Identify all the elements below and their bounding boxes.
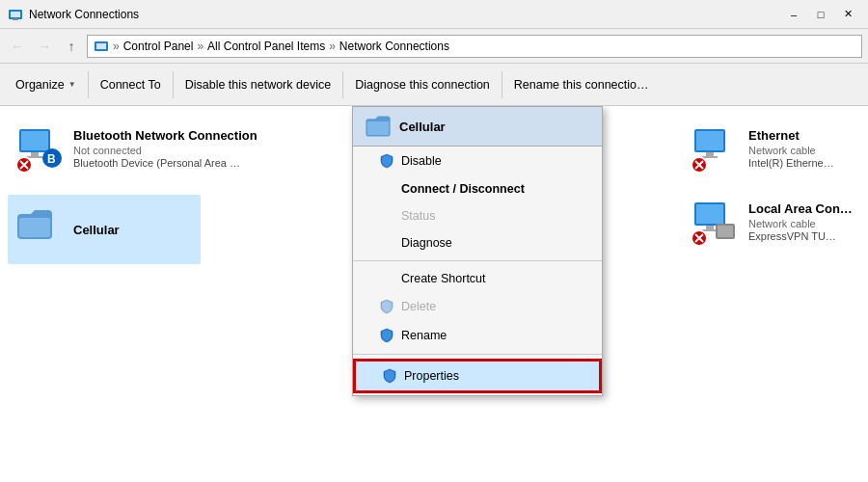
diagnose-label: Diagnose (401, 236, 452, 250)
delete-label: Delete (401, 300, 436, 313)
ethernet-error-icon (691, 156, 708, 174)
disable-label: Disable (401, 154, 442, 168)
toolbar-divider-2 (173, 71, 174, 98)
breadcrumb: » Control Panel » All Control Panel Item… (87, 35, 862, 58)
close-button[interactable]: ✕ (835, 4, 860, 25)
connection-item-bluetooth[interactable]: B Bluetooth Network Connection Not conne… (8, 114, 355, 183)
menu-item-create-shortcut[interactable]: Create Shortcut (353, 265, 602, 292)
maximize-button[interactable]: □ (808, 4, 833, 25)
cellular-name: Cellular (73, 223, 120, 237)
menu-item-rename[interactable]: Rename (353, 321, 602, 350)
toolbar: Organize ▼ Connect To Disable this netwo… (0, 64, 868, 106)
bluetooth-detail: Bluetooth Device (Personal Area … (73, 157, 258, 169)
svg-text:B: B (47, 152, 56, 166)
forward-button[interactable]: → (33, 35, 56, 58)
minimize-button[interactable]: – (781, 4, 806, 25)
svg-rect-1 (11, 12, 20, 17)
ethernet-icon-wrap (691, 123, 741, 174)
svg-rect-25 (696, 131, 723, 150)
bluetooth-status: Not connected (73, 145, 258, 156)
connection-item-ethernet[interactable]: Ethernet Network cable Intel(R) Etherne… (683, 114, 868, 183)
shield-icon-rename (380, 328, 393, 343)
connect-disconnect-label: Connect / Disconnect (401, 182, 525, 196)
menu-separator-1 (353, 260, 602, 261)
svg-rect-2 (13, 18, 18, 20)
express-detail: ExpressVPN TU… (748, 230, 853, 242)
ethernet-detail: Intel(R) Etherne… (748, 157, 834, 169)
svg-rect-6 (21, 131, 48, 150)
address-bar: ← → ↑ » Control Panel » All Control Pane… (0, 29, 868, 64)
context-menu-folder-icon (365, 115, 392, 138)
rename-button[interactable]: Rename this connectio… (504, 64, 659, 105)
menu-item-properties[interactable]: Properties (356, 362, 599, 390)
svg-rect-7 (31, 152, 39, 156)
bluetooth-name: Bluetooth Network Connection (73, 128, 258, 143)
breadcrumb-control-panel[interactable]: Control Panel (123, 40, 194, 53)
diagnose-button[interactable]: Diagnose this connection (345, 64, 500, 105)
express-error-icon (691, 229, 708, 247)
shield-icon-delete (380, 299, 393, 314)
svg-rect-33 (706, 226, 714, 229)
organize-button[interactable]: Organize ▼ (6, 64, 86, 105)
bluetooth-icon-wrap: B (15, 123, 66, 174)
svg-rect-36 (718, 226, 733, 237)
menu-item-delete[interactable]: Delete (353, 292, 602, 321)
properties-highlight-border: Properties (353, 359, 602, 393)
ethernet-info: Ethernet Network cable Intel(R) Etherne… (748, 128, 834, 169)
context-menu: Cellular Disable Connect / Disconnect St… (352, 106, 603, 396)
connection-item-cellular[interactable]: Cellular (8, 195, 201, 264)
connection-item-express[interactable]: Local Area Con… Network cable ExpressVPN… (683, 187, 868, 256)
menu-item-diagnose[interactable]: Diagnose (353, 229, 602, 256)
svg-rect-40 (367, 121, 389, 135)
title-bar: Network Connections – □ ✕ (0, 0, 868, 29)
ethernet-name: Ethernet (748, 128, 834, 143)
breadcrumb-network-connections[interactable]: Network Connections (339, 40, 449, 53)
svg-rect-23 (19, 218, 50, 237)
toolbar-divider-1 (88, 71, 89, 98)
express-name: Local Area Con… (748, 201, 853, 216)
up-button[interactable]: ↑ (60, 35, 83, 58)
right-connections: Ethernet Network cable Intel(R) Etherne… (675, 106, 868, 264)
svg-rect-4 (96, 43, 106, 49)
shield-icon-properties (383, 368, 396, 384)
menu-separator-2 (353, 354, 602, 355)
express-info: Local Area Con… Network cable ExpressVPN… (748, 201, 853, 242)
menu-item-disable[interactable]: Disable (353, 147, 602, 175)
window-title: Network Connections (29, 8, 139, 21)
cellular-folder-icon (15, 204, 54, 243)
bluetooth-info: Bluetooth Network Connection Not connect… (73, 128, 258, 169)
cellular-icon-wrap (15, 204, 66, 254)
content-area: B Bluetooth Network Connection Not conne… (0, 106, 868, 482)
menu-item-connect-disconnect[interactable]: Connect / Disconnect (353, 175, 602, 202)
shield-icon-disable (380, 153, 393, 169)
context-menu-header: Cellular (353, 107, 602, 147)
svg-rect-26 (706, 152, 714, 156)
express-status: Network cable (748, 218, 853, 229)
create-shortcut-label: Create Shortcut (401, 272, 486, 285)
organize-dropdown-arrow: ▼ (68, 80, 76, 89)
bluetooth-error-icon (15, 156, 33, 174)
toolbar-divider-3 (342, 71, 343, 98)
svg-rect-32 (696, 204, 723, 224)
title-bar-icon (8, 7, 23, 22)
window-controls: – □ ✕ (781, 4, 860, 25)
toolbar-divider-4 (502, 71, 502, 98)
context-menu-title: Cellular (399, 120, 446, 134)
connect-to-button[interactable]: Connect To (91, 64, 171, 105)
breadcrumb-all-items[interactable]: All Control Panel Items (207, 40, 325, 53)
express-icon-wrap (691, 197, 741, 247)
back-button[interactable]: ← (6, 35, 29, 58)
cellular-info: Cellular (73, 223, 120, 237)
rename-label: Rename (401, 329, 447, 342)
address-bar-icon (94, 39, 109, 54)
disable-device-button[interactable]: Disable this network device (176, 64, 340, 105)
ethernet-status: Network cable (748, 145, 834, 156)
properties-label: Properties (404, 369, 459, 383)
status-label: Status (401, 209, 435, 223)
menu-item-status[interactable]: Status (353, 202, 602, 229)
